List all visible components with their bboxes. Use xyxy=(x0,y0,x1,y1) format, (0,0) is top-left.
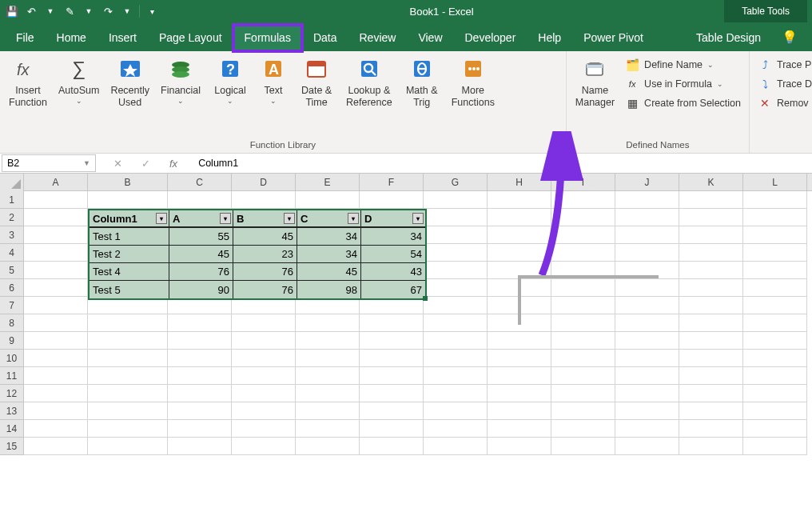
recently-used-button[interactable]: Recently Used xyxy=(106,54,153,110)
tab-formulas[interactable]: Formulas xyxy=(233,25,302,51)
cell[interactable] xyxy=(424,297,488,314)
cell[interactable] xyxy=(424,244,488,262)
cell[interactable] xyxy=(424,350,488,367)
cell[interactable] xyxy=(488,402,551,420)
table-cell[interactable]: Test 5 xyxy=(90,281,169,298)
filter-button-icon[interactable]: ▾ xyxy=(220,213,231,224)
math-trig-button[interactable]: Math & Trig xyxy=(400,54,444,110)
row-header[interactable]: 2 xyxy=(0,209,24,226)
table-resize-handle[interactable] xyxy=(423,296,428,301)
filter-button-icon[interactable]: ▾ xyxy=(412,213,424,224)
cell[interactable] xyxy=(615,385,679,402)
cell[interactable] xyxy=(679,226,743,244)
cell[interactable] xyxy=(232,314,296,332)
table-header-cell[interactable]: D▾ xyxy=(361,210,425,228)
cell[interactable] xyxy=(551,244,615,262)
cell[interactable] xyxy=(424,314,488,332)
cell[interactable] xyxy=(551,191,615,209)
cell[interactable] xyxy=(232,367,296,385)
undo-dropdown-icon[interactable]: ▼ xyxy=(43,4,58,18)
row-header[interactable]: 13 xyxy=(0,402,24,420)
tab-view[interactable]: View xyxy=(407,25,453,51)
cell[interactable] xyxy=(424,209,488,226)
cell[interactable] xyxy=(24,244,88,262)
table-header-cell[interactable]: C▾ xyxy=(297,210,361,228)
col-header[interactable]: G xyxy=(424,174,488,191)
cell[interactable] xyxy=(679,350,743,367)
table-cell[interactable]: 76 xyxy=(233,281,297,298)
cell[interactable] xyxy=(424,226,488,244)
col-header[interactable]: L xyxy=(743,174,807,191)
logical-button[interactable]: ? Logical ⌄ xyxy=(208,54,253,106)
cell[interactable] xyxy=(168,420,232,438)
cell[interactable] xyxy=(168,314,232,332)
cell[interactable] xyxy=(24,226,88,244)
cell[interactable] xyxy=(424,385,488,402)
cell[interactable] xyxy=(679,367,743,385)
cell[interactable] xyxy=(24,438,88,455)
col-header[interactable]: B xyxy=(88,174,168,191)
cell[interactable] xyxy=(488,191,551,209)
row-header[interactable]: 12 xyxy=(0,385,24,402)
cell[interactable] xyxy=(232,191,296,209)
row-header[interactable]: 5 xyxy=(0,262,24,279)
enter-icon[interactable]: ✓ xyxy=(141,158,150,170)
tab-page-layout[interactable]: Page Layout xyxy=(148,25,233,51)
cell[interactable] xyxy=(88,367,168,385)
more-functions-button[interactable]: More Functions xyxy=(448,54,499,110)
table-cell[interactable]: 45 xyxy=(297,263,361,281)
fx-icon[interactable]: fx xyxy=(169,158,177,170)
cell[interactable] xyxy=(88,332,168,350)
create-from-selection-button[interactable]: ▦ Create from Selection xyxy=(625,96,741,110)
cell[interactable] xyxy=(296,191,360,209)
table-cell[interactable]: Test 2 xyxy=(90,246,169,263)
touch-mode-icon[interactable]: ✎ xyxy=(62,4,77,18)
table-cell[interactable]: 76 xyxy=(169,263,233,281)
cell[interactable] xyxy=(168,332,232,350)
tab-power-pivot[interactable]: Power Pivot xyxy=(572,25,655,51)
name-manager-button[interactable]: Name Manager xyxy=(571,54,619,110)
cell[interactable] xyxy=(424,191,488,209)
cell[interactable] xyxy=(424,402,488,420)
cell[interactable] xyxy=(424,279,488,297)
cell[interactable] xyxy=(88,191,168,209)
excel-table[interactable]: Column1▾ A▾ B▾ C▾ D▾ Test 1 55 45 34 34 … xyxy=(88,209,427,300)
cell[interactable] xyxy=(551,420,615,438)
cell[interactable] xyxy=(168,438,232,455)
cell[interactable] xyxy=(24,314,88,332)
cell[interactable] xyxy=(679,402,743,420)
autosum-button[interactable]: ∑ AutoSum ⌄ xyxy=(54,54,103,106)
tab-insert[interactable]: Insert xyxy=(98,25,148,51)
cell[interactable] xyxy=(551,438,615,455)
tab-review[interactable]: Review xyxy=(348,25,408,51)
cell[interactable] xyxy=(743,402,807,420)
cell[interactable] xyxy=(743,226,807,244)
table-cell[interactable]: 23 xyxy=(233,246,297,263)
table-cell[interactable]: 90 xyxy=(169,281,233,298)
cell[interactable] xyxy=(360,332,424,350)
financial-button[interactable]: Financial ⌄ xyxy=(157,54,205,106)
cell[interactable] xyxy=(360,402,424,420)
cancel-icon[interactable]: ✕ xyxy=(113,158,122,170)
col-header[interactable]: A xyxy=(24,174,88,191)
row-header[interactable]: 14 xyxy=(0,420,24,438)
tab-table-design[interactable]: Table Design xyxy=(685,25,772,51)
cell[interactable] xyxy=(232,332,296,350)
table-cell[interactable]: 54 xyxy=(361,246,425,263)
cell[interactable] xyxy=(424,262,488,279)
cell[interactable] xyxy=(615,420,679,438)
cell[interactable] xyxy=(679,420,743,438)
row-header[interactable]: 3 xyxy=(0,226,24,244)
cell[interactable] xyxy=(743,279,807,297)
row-header[interactable]: 1 xyxy=(0,191,24,209)
cell[interactable] xyxy=(488,385,551,402)
table-header-cell[interactable]: Column1▾ xyxy=(90,210,169,228)
cell[interactable] xyxy=(743,244,807,262)
use-in-formula-button[interactable]: fx Use in Formula ⌄ xyxy=(625,77,741,91)
cell[interactable] xyxy=(551,350,615,367)
cell[interactable] xyxy=(488,244,551,262)
cell[interactable] xyxy=(551,209,615,226)
cell[interactable] xyxy=(743,262,807,279)
table-cell[interactable]: Test 4 xyxy=(90,263,169,281)
redo-dropdown-icon[interactable]: ▼ xyxy=(120,4,134,18)
